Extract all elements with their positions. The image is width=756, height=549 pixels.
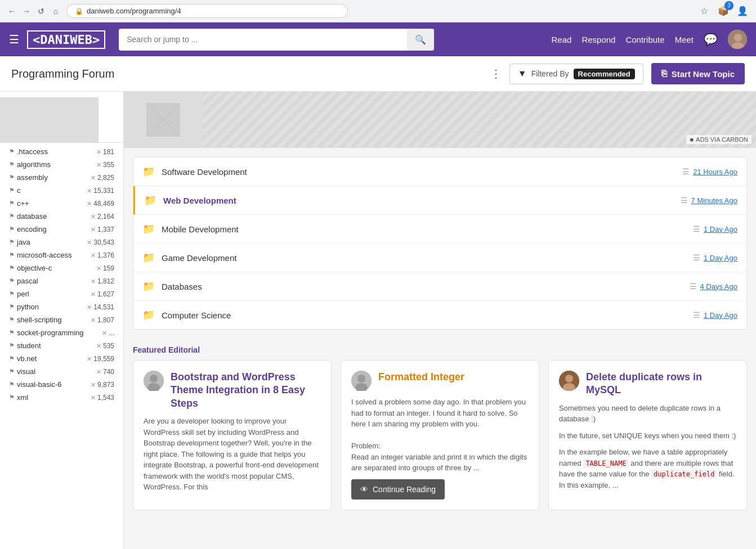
category-name: Game Development	[162, 253, 693, 263]
tag-name[interactable]: pascal	[17, 277, 38, 285]
code-snippet-1: TABLE_NAME	[583, 459, 628, 468]
tag-icon: ⚑	[9, 290, 15, 298]
tag-name[interactable]: c	[17, 186, 21, 195]
tag-name[interactable]: socket-programming	[17, 328, 84, 337]
search-input[interactable]	[119, 29, 407, 50]
tag-icon: ⚑	[9, 226, 15, 233]
tag-name[interactable]: objective-c	[17, 264, 52, 272]
tag-name[interactable]: database	[17, 212, 47, 220]
search-button[interactable]: 🔍	[407, 29, 434, 51]
carbon-icon: ■	[690, 136, 694, 143]
card-title[interactable]: Formatted Integer	[378, 371, 464, 384]
tag-icon: ⚑	[9, 200, 15, 207]
tag-icon: ⚑	[9, 329, 15, 336]
tag-item: ⚑ student ✕ 535	[6, 339, 118, 352]
editorial-grid: Bootstrap and WordPress Theme Integratio…	[133, 360, 747, 510]
user-avatar[interactable]	[728, 30, 747, 49]
nav-meet[interactable]: Meet	[675, 35, 694, 44]
forward-button[interactable]: →	[20, 5, 33, 17]
tag-item: ⚑ microsoft-access ✕ 1,376	[6, 249, 118, 262]
category-name: Mobile Development	[162, 224, 693, 234]
tag-name[interactable]: perl	[17, 290, 29, 298]
nav-respond[interactable]: Respond	[581, 35, 615, 44]
tag-icon: ⚑	[9, 394, 15, 401]
tag-icon: ⚑	[9, 368, 15, 375]
tag-icon: ⚑	[9, 316, 15, 323]
tag-item: ⚑ c++ ✕ 48,469	[6, 197, 118, 210]
tag-count: ✕ 15,331	[87, 187, 114, 195]
chat-icon[interactable]: 💬	[704, 33, 718, 46]
home-button[interactable]: ⌂	[50, 5, 62, 17]
tag-x-icon: ✕	[96, 343, 101, 349]
tag-item: ⚑ java ✕ 30,543	[6, 236, 118, 249]
tag-x-icon: ✕	[87, 304, 92, 310]
tag-name[interactable]: c++	[17, 199, 29, 208]
category-row[interactable]: 📁 Computer Science ☰ 1 Day Ago	[133, 301, 746, 329]
folder-icon: 📁	[142, 251, 155, 264]
more-options-icon[interactable]: ⋮	[490, 67, 502, 80]
nav-read[interactable]: Read	[552, 35, 572, 44]
tag-name[interactable]: vb.net	[17, 354, 37, 363]
tag-count: ✕ 2,825	[91, 174, 114, 182]
tag-name[interactable]: algorithms	[17, 160, 51, 169]
time-icon: ☰	[693, 224, 700, 233]
category-time[interactable]: 1 Day Ago	[704, 254, 737, 262]
extension-button[interactable]: 📦 3	[715, 3, 731, 19]
card-title[interactable]: Delete duplicate rows in MySQL	[586, 371, 736, 397]
reload-button[interactable]: ↺	[35, 5, 47, 17]
category-row[interactable]: 📁 Web Development ☰ 7 Minutes Ago	[133, 186, 746, 215]
nav-contribute[interactable]: Contribute	[625, 35, 664, 44]
tag-item: ⚑ pascal ✕ 1,812	[6, 274, 118, 287]
back-button[interactable]: ←	[6, 5, 18, 17]
card-title[interactable]: Bootstrap and WordPress Theme Integratio…	[171, 371, 321, 410]
tag-name[interactable]: visual-basic-6	[17, 380, 61, 389]
avatar	[351, 371, 372, 391]
tag-name[interactable]: shell-scripting	[17, 316, 61, 324]
category-time[interactable]: 7 Minutes Ago	[691, 196, 737, 205]
card-excerpt-3: In the example below, we have a table ap…	[559, 447, 736, 490]
category-time[interactable]: 1 Day Ago	[704, 225, 737, 233]
category-time[interactable]: 21 Hours Ago	[693, 168, 737, 176]
search-bar: 🔍	[119, 29, 434, 51]
tag-list: ⚑ .htaccess ✕ 181 ⚑ algorithms ✕ 355 ⚑ a…	[0, 143, 123, 406]
profile-button[interactable]: 👤	[735, 3, 750, 19]
new-topic-button[interactable]: ⎘ Start New Topic	[651, 63, 745, 84]
tag-name[interactable]: microsoft-access	[17, 251, 72, 259]
tag-item: ⚑ visual ✕ 740	[6, 365, 118, 378]
avatar	[559, 371, 579, 391]
tag-icon: ⚑	[9, 161, 15, 168]
tag-name[interactable]: python	[17, 303, 39, 311]
category-time[interactable]: 4 Days Ago	[700, 282, 738, 291]
category-row[interactable]: 📁 Game Development ☰ 1 Day Ago	[133, 244, 746, 272]
tag-name[interactable]: visual	[17, 367, 35, 376]
filter-icon: ▼	[518, 69, 527, 79]
tag-count: ✕ 181	[96, 148, 114, 156]
featured-editorial-title: Featured Editorial	[133, 339, 747, 360]
site-logo[interactable]: <DANIWEB>	[27, 30, 105, 49]
tag-x-icon: ✕	[102, 330, 107, 336]
address-bar[interactable]: 🔒 daniweb.com/programming/4	[66, 4, 348, 18]
filter-button[interactable]: ▼ Filtered By Recommended	[509, 64, 643, 84]
tag-x-icon: ✕	[91, 291, 96, 298]
lock-icon: 🔒	[75, 7, 83, 15]
category-time[interactable]: 1 Day Ago	[704, 311, 737, 320]
star-button[interactable]: ☆	[696, 3, 712, 19]
tag-item: ⚑ xml ✕ 1,543	[6, 391, 118, 404]
left-sidebar: ⚑ .htaccess ✕ 181 ⚑ algorithms ✕ 355 ⚑ a…	[0, 92, 124, 549]
card-header: Delete duplicate rows in MySQL	[559, 371, 736, 397]
editorial-card: Delete duplicate rows in MySQL Sometimes…	[548, 360, 747, 510]
category-row[interactable]: 📁 Mobile Development ☰ 1 Day Ago	[133, 215, 746, 244]
hamburger-menu[interactable]: ☰	[9, 33, 19, 46]
tag-name[interactable]: assembly	[17, 173, 48, 182]
continue-reading-button[interactable]: 👁 Continue Reading	[351, 479, 445, 500]
tag-name[interactable]: xml	[17, 393, 28, 402]
category-row[interactable]: 📁 Databases ☰ 4 Days Ago	[133, 272, 746, 301]
tag-name[interactable]: student	[17, 341, 41, 350]
tag-name[interactable]: java	[17, 238, 30, 246]
tag-icon: ⚑	[9, 303, 15, 310]
folder-icon: 📁	[142, 165, 155, 178]
tag-name[interactable]: encoding	[17, 225, 47, 233]
category-row[interactable]: 📁 Software Development ☰ 21 Hours Ago	[133, 158, 746, 186]
tag-name[interactable]: .htaccess	[17, 147, 48, 156]
tag-item: ⚑ assembly ✕ 2,825	[6, 171, 118, 184]
